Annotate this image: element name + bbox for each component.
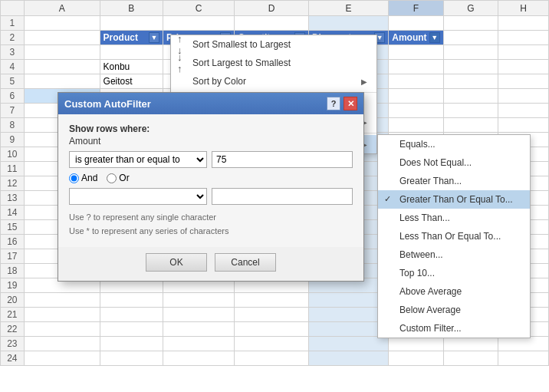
between-item[interactable]: Between... (378, 245, 530, 264)
cell[interactable] (100, 16, 163, 31)
not-equal-item[interactable]: Does Not Equal... (378, 153, 530, 172)
product-filter-btn[interactable]: ▼ (149, 32, 159, 43)
less-equal-item[interactable]: Less Than Or Equal To... (378, 227, 530, 245)
cell[interactable] (498, 31, 549, 45)
cell[interactable] (163, 337, 234, 351)
cell[interactable] (24, 337, 100, 351)
cell[interactable] (389, 118, 443, 133)
cell[interactable] (389, 16, 443, 31)
cell[interactable] (100, 351, 163, 366)
condition1-select[interactable]: is greater than or equal to (69, 151, 207, 168)
cell[interactable] (235, 16, 309, 31)
cell[interactable] (498, 351, 549, 366)
product-cell[interactable]: Geitost (100, 74, 163, 89)
or-radio-label[interactable]: Or (107, 173, 129, 183)
cell[interactable] (235, 337, 309, 351)
greater-equal-item[interactable]: Greater Than Or Equal To... (378, 190, 530, 209)
sort-asc-item[interactable]: ↑↓ Sort Smallest to Largest (171, 35, 376, 54)
cell[interactable] (498, 337, 549, 351)
cell[interactable] (163, 16, 234, 31)
cell[interactable] (100, 337, 163, 351)
and-radio-label[interactable]: And (69, 173, 97, 183)
cancel-button[interactable]: Cancel (215, 253, 276, 272)
cell[interactable] (100, 293, 163, 308)
condition2-select[interactable] (69, 188, 207, 205)
col-header-e[interactable]: E (308, 1, 388, 16)
cell[interactable] (443, 74, 498, 89)
col-header-b[interactable]: B (100, 1, 163, 16)
col-header-a[interactable]: A (24, 1, 100, 16)
cell[interactable] (24, 74, 100, 89)
cell[interactable] (443, 31, 498, 45)
cell[interactable] (389, 60, 443, 74)
cell[interactable] (498, 60, 549, 74)
and-radio[interactable] (69, 173, 79, 183)
cell[interactable] (443, 104, 498, 118)
cell[interactable] (389, 351, 443, 366)
equals-item[interactable]: Equals... (378, 135, 530, 153)
cell[interactable] (163, 308, 234, 322)
dialog-close-button[interactable]: ✕ (344, 97, 357, 110)
or-radio[interactable] (107, 173, 117, 183)
less-than-item[interactable]: Less Than... (378, 209, 530, 227)
dialog-help-button[interactable]: ? (327, 97, 340, 110)
cell[interactable] (235, 308, 309, 322)
col-header-d[interactable]: D (235, 1, 309, 16)
cell[interactable] (389, 337, 443, 351)
cell[interactable] (235, 293, 309, 308)
cell[interactable] (24, 293, 100, 308)
cell[interactable] (163, 293, 234, 308)
product-header[interactable]: Product ▼ (100, 31, 163, 45)
col-header-f[interactable]: F (389, 1, 443, 16)
cell[interactable] (498, 16, 549, 31)
greater-than-item[interactable]: Greater Than... (378, 172, 530, 190)
top10-item[interactable]: Top 10... (378, 264, 530, 282)
cell[interactable] (443, 337, 498, 351)
above-avg-item[interactable]: Above Average (378, 282, 530, 301)
cell[interactable] (308, 351, 388, 366)
cell[interactable] (235, 322, 309, 337)
cell[interactable] (100, 308, 163, 322)
amount-header[interactable]: Amount ▼ (389, 31, 443, 45)
cell[interactable] (498, 74, 549, 89)
cell[interactable] (24, 16, 100, 31)
cell[interactable] (443, 45, 498, 60)
amount-filter-btn[interactable]: ▼ (429, 32, 440, 43)
cell[interactable] (24, 31, 100, 45)
cell[interactable] (163, 351, 234, 366)
cell[interactable] (389, 104, 443, 118)
col-header-g[interactable]: G (443, 1, 498, 16)
cell[interactable] (163, 322, 234, 337)
cell[interactable] (443, 118, 498, 133)
cell[interactable] (389, 89, 443, 104)
col-header-h[interactable]: H (498, 1, 549, 16)
cell[interactable] (100, 45, 163, 60)
value2-input[interactable] (212, 188, 353, 205)
cell[interactable] (498, 89, 549, 104)
cell[interactable] (498, 118, 549, 133)
cell[interactable] (24, 308, 100, 322)
cell[interactable] (308, 337, 388, 351)
custom-filter-item[interactable]: Custom Filter... (378, 319, 530, 338)
below-avg-item[interactable]: Below Average (378, 301, 530, 319)
product-cell[interactable]: Konbu (100, 60, 163, 74)
cell[interactable] (308, 16, 388, 31)
value1-input[interactable] (212, 151, 353, 168)
cell[interactable] (235, 351, 309, 366)
cell[interactable] (24, 60, 100, 74)
cell[interactable] (443, 351, 498, 366)
cell[interactable] (24, 351, 100, 366)
cell[interactable] (24, 45, 100, 60)
cell[interactable] (24, 322, 100, 337)
cell[interactable] (443, 16, 498, 31)
col-header-c[interactable]: C (163, 1, 234, 16)
cell[interactable] (443, 89, 498, 104)
cell[interactable] (389, 45, 443, 60)
cell[interactable] (100, 322, 163, 337)
cell[interactable] (498, 104, 549, 118)
sort-color-item[interactable]: Sort by Color ▶ (171, 72, 376, 91)
cell[interactable] (389, 74, 443, 89)
cell[interactable] (443, 60, 498, 74)
sort-desc-item[interactable]: ↓↑ Sort Largest to Smallest (171, 54, 376, 72)
cell[interactable] (498, 45, 549, 60)
